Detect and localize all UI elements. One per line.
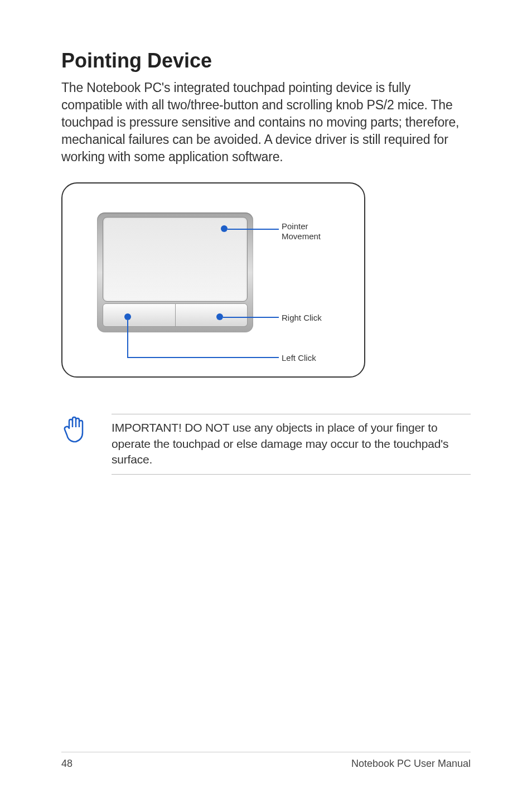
- callout-line-right: [223, 317, 279, 318]
- touchpad-left-button: [103, 303, 176, 327]
- callout-label-pointer: Pointer Movement: [282, 221, 321, 241]
- note-text: IMPORTANT! DO NOT use any objects in pla…: [112, 414, 471, 475]
- callout-line-pointer: [228, 229, 279, 230]
- touchpad-diagram: Pointer Movement Right Click Left Click: [61, 182, 365, 378]
- callout-label-right: Right Click: [282, 313, 322, 323]
- callout-label-left: Left Click: [282, 353, 316, 363]
- important-note: IMPORTANT! DO NOT use any objects in pla…: [61, 414, 471, 475]
- section-heading: Pointing Device: [61, 49, 471, 73]
- page-number: 48: [61, 758, 72, 770]
- manual-title: Notebook PC User Manual: [351, 758, 471, 770]
- callout-line-left-vertical: [127, 320, 128, 357]
- callout-line-left-horizontal: [127, 357, 279, 358]
- intro-paragraph: The Notebook PC's integrated touchpad po…: [61, 79, 471, 166]
- page-footer: 48 Notebook PC User Manual: [61, 752, 471, 770]
- touchpad-right-button: [176, 303, 248, 327]
- hand-stop-icon: [61, 414, 95, 475]
- touchpad-illustration: [97, 212, 253, 332]
